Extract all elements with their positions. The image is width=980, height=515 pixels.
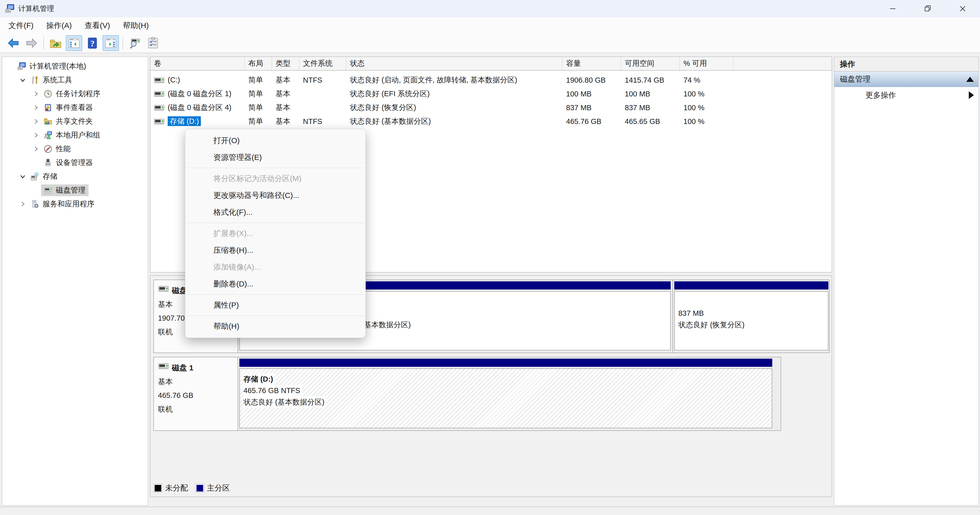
column-header-状态[interactable]: 状态 [346, 57, 563, 70]
cell-free: 837 MB [621, 103, 680, 112]
device-manager-icon [42, 157, 54, 168]
context-menu-item-帮助(H)[interactable]: 帮助(H) [185, 318, 366, 335]
column-header-类型[interactable]: 类型 [272, 57, 299, 70]
menu-文件(F)[interactable]: 文件(F) [2, 18, 40, 33]
tree-item-本地用户和组[interactable]: 本地用户和组 [2, 128, 148, 142]
tree-item-任务计划程序[interactable]: 任务计划程序 [2, 87, 148, 101]
chevron-right-icon[interactable] [31, 89, 41, 99]
tree-item-body[interactable]: 设备管理器 [41, 157, 96, 168]
up-one-level-icon [49, 37, 62, 49]
partition-body[interactable]: 837 MB状态良好 (恢复分区) [674, 291, 829, 350]
disk-row-磁盘 1: 磁盘 1基本465.76 GB联机存储 (D:)465.76 GB NTFS状态… [153, 357, 781, 431]
volume-name: (磁盘 0 磁盘分区 4) [168, 103, 231, 111]
tree-item-性能[interactable]: 性能 [2, 142, 148, 156]
window-bottom-strip [0, 507, 980, 515]
tree-item-body[interactable]: 存储 [28, 171, 60, 182]
close-button[interactable] [945, 0, 980, 17]
primary-partition-color-bar [239, 359, 772, 367]
context-menu-item-更改驱动器号和路径(C)...[interactable]: 更改驱动器号和路径(C)... [185, 187, 366, 204]
help-button[interactable]: ? [84, 35, 100, 51]
tree-item-body[interactable]: 事件查看器 [41, 102, 96, 113]
tree-item-计算机管理(本地)[interactable]: 计算机管理(本地) [2, 59, 148, 73]
context-menu-item-删除卷(D)...[interactable]: 删除卷(D)... [185, 275, 366, 292]
tree-item-共享文件夹[interactable]: 共享文件夹 [2, 114, 148, 128]
volume-row-存储 (D:)[interactable]: 存储 (D:)简单基本NTFS状态良好 (基本数据分区)465.76 GB465… [150, 114, 832, 128]
minimize-icon [888, 4, 897, 14]
volume-name: (C:) [168, 76, 180, 84]
cell-type: 基本 [272, 116, 299, 127]
tree-item-body[interactable]: 任务计划程序 [41, 88, 103, 100]
context-menu-item-资源管理器(E)[interactable]: 资源管理器(E) [185, 149, 366, 166]
menu-帮助(H)[interactable]: 帮助(H) [116, 18, 155, 33]
cell-capacity: 837 MB [563, 103, 621, 112]
tree-item-label: 存储 [43, 172, 57, 181]
tree-item-label: 本地用户和组 [56, 130, 100, 140]
forward-button[interactable] [24, 35, 40, 51]
legend-swatch [154, 484, 162, 492]
tree-item-body[interactable]: 本地用户和组 [41, 129, 103, 141]
tree-item-系统工具[interactable]: 系统工具 [2, 73, 148, 87]
chevron-right-icon[interactable] [31, 116, 41, 127]
context-menu-item-属性(P)[interactable]: 属性(P) [185, 297, 366, 313]
console-tree-toggle-button[interactable] [66, 35, 82, 51]
tree-item-body[interactable]: 服务和应用程序 [28, 198, 97, 210]
collapse-group-icon[interactable] [966, 77, 974, 82]
volume-row-(C:)[interactable]: (C:)简单基本NTFS状态良好 (启动, 页面文件, 故障转储, 基本数据分区… [150, 73, 832, 87]
partition-837 MB[interactable]: 837 MB状态良好 (恢复分区) [673, 280, 830, 353]
cell-type: 基本 [272, 75, 299, 85]
rescan-disks-button[interactable] [127, 35, 143, 51]
restore-button[interactable] [910, 0, 945, 17]
tree-item-body[interactable]: 系统工具 [28, 74, 75, 86]
context-menu-item-压缩卷(H)...[interactable]: 压缩卷(H)... [185, 242, 366, 259]
volume-row-(磁盘 0 磁盘分区 1)[interactable]: (磁盘 0 磁盘分区 1)简单基本状态良好 (EFI 系统分区)100 MB10… [150, 87, 832, 101]
tree-item-body[interactable]: 磁盘管理 [41, 184, 89, 196]
column-header-% 可用[interactable]: % 可用 [680, 57, 733, 70]
volume-row-(磁盘 0 磁盘分区 4)[interactable]: (磁盘 0 磁盘分区 4)简单基本状态良好 (恢复分区)837 MB837 MB… [150, 101, 832, 114]
column-header-布局[interactable]: 布局 [245, 57, 272, 70]
tree-item-body[interactable]: 计算机管理(本地) [14, 60, 89, 72]
menu-separator [186, 168, 364, 168]
cell-capacity: 1906.80 GB [563, 76, 621, 84]
disk-size: 465.76 GB [158, 388, 238, 402]
menu-查看(V)[interactable]: 查看(V) [78, 18, 116, 33]
cell-fs: NTFS [299, 76, 346, 84]
tree-item-body[interactable]: 性能 [41, 143, 74, 155]
up-one-level-button[interactable] [48, 35, 64, 51]
column-header-文件系统[interactable]: 文件系统 [299, 57, 346, 70]
context-menu-item-格式化(F)...[interactable]: 格式化(F)... [185, 204, 366, 221]
disk-label-磁盘 1[interactable]: 磁盘 1基本465.76 GB联机 [154, 358, 238, 430]
partition-存储 (D:)[interactable]: 存储 (D:)465.76 GB NTFS状态良好 (基本数据分区) [238, 358, 773, 430]
cell-status: 状态良好 (启动, 页面文件, 故障转储, 基本数据分区) [346, 75, 563, 85]
chevron-right-icon[interactable] [31, 144, 41, 154]
cell-status: 状态良好 (EFI 系统分区) [346, 89, 563, 99]
tree-item-存储[interactable]: 存储 [2, 170, 148, 183]
chevron-spacer [31, 185, 41, 196]
tree-item-事件查看器[interactable]: 事件查看器 [2, 101, 148, 114]
tree-item-磁盘管理[interactable]: 磁盘管理 [2, 183, 148, 197]
column-header-卷[interactable]: 卷 [150, 57, 245, 70]
cell-type: 基本 [272, 89, 299, 99]
chevron-right-icon[interactable] [31, 103, 41, 113]
more-actions-item[interactable]: 更多操作 [834, 87, 978, 103]
action-pane-toggle-button[interactable] [103, 35, 119, 51]
properties-checklist-button[interactable] [145, 35, 161, 51]
chevron-down-icon[interactable] [18, 75, 28, 85]
minimize-button[interactable] [875, 0, 910, 17]
chevron-down-icon[interactable] [18, 172, 28, 181]
tree-item-服务和应用程序[interactable]: 服务和应用程序 [2, 197, 148, 211]
back-button[interactable] [5, 35, 21, 51]
tree-item-body[interactable]: 共享文件夹 [41, 116, 96, 127]
context-menu-item-打开(O)[interactable]: 打开(O) [185, 132, 366, 149]
chevron-right-icon[interactable] [18, 199, 28, 209]
column-header-可用空间[interactable]: 可用空间 [621, 57, 680, 70]
chevron-right-icon[interactable] [31, 130, 41, 140]
actions-group-disk-management[interactable]: 磁盘管理 [834, 72, 978, 87]
context-menu-item-将分区标记为活动分区(M): 将分区标记为活动分区(M) [185, 170, 366, 187]
cell-name: (磁盘 0 磁盘分区 4) [150, 103, 245, 113]
tree-item-设备管理器[interactable]: 设备管理器 [2, 156, 148, 170]
partition-body[interactable]: 存储 (D:)465.76 GB NTFS状态良好 (基本数据分区) [239, 368, 772, 428]
menu-操作(A)[interactable]: 操作(A) [40, 18, 78, 33]
cell-status: 状态良好 (基本数据分区) [346, 116, 563, 127]
disk-status: 联机 [158, 402, 238, 416]
column-header-容量[interactable]: 容量 [563, 57, 621, 70]
